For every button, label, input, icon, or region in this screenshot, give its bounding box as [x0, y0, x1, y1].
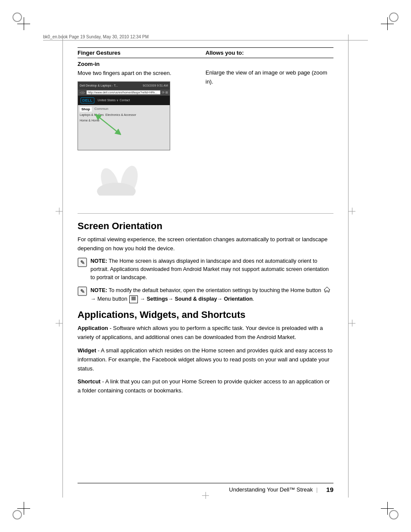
main-content: Finger Gestures Allows you to: Zoom-in M… — [78, 47, 333, 400]
widget-text: - A small application which resides on t… — [78, 347, 333, 372]
file-info: bk0_en.book Page 19 Sunday, May 30, 2010… — [43, 34, 149, 39]
applications-section: Applications, Widgets, and Shortcuts App… — [78, 309, 333, 395]
corner-mark-tl — [17, 17, 30, 30]
col2-header: Allows you to: — [206, 48, 333, 58]
application-para: Application - Software which allows you … — [78, 324, 333, 342]
screenshot-inner: Dell Desktop & Laptops - T... 9/23/2009 … — [78, 82, 170, 150]
note-box-1: ✎ NOTE: The Home screen is always displa… — [78, 257, 333, 281]
note-icon-1: ✎ — [78, 258, 87, 267]
note1-body: The Home screen is always displayed in l… — [90, 258, 329, 280]
orientation-label: Orientation — [224, 296, 253, 302]
community-label: Commun — [94, 107, 108, 112]
note2-label: NOTE: — [90, 287, 107, 293]
settings-label: Settings — [146, 296, 168, 302]
zoom-arrows — [95, 114, 121, 137]
note-box-2: ✎ NOTE: To modify the default behavior, … — [78, 286, 333, 304]
svg-text:✎: ✎ — [80, 288, 85, 295]
hand-illustration — [78, 150, 170, 202]
svg-line-1 — [108, 124, 119, 133]
corner-mark-tr — [381, 17, 394, 30]
screen-orientation-heading: Screen Orientation — [78, 221, 333, 232]
nav-links: United States ∨ Contact — [98, 99, 130, 102]
side-line-left — [62, 34, 63, 498]
note-icon-2: ✎ — [78, 286, 87, 296]
svg-text:✎: ✎ — [80, 259, 85, 266]
widget-label: Widget — [78, 347, 96, 354]
zoom-in-cell: Zoom-in Move two fingers apart on the sc… — [78, 58, 206, 205]
laptops-label: Laptops & M — [80, 113, 97, 116]
shop-label: Shop — [80, 107, 92, 112]
corner-mark-br — [381, 502, 394, 515]
note-text-2: NOTE: To modify the default behavior, op… — [90, 286, 333, 304]
screenshot-bar: Dell Desktop & Laptops - T... 9/23/2009 … — [78, 82, 170, 90]
note2-before: To modify the default behavior, open the… — [90, 287, 331, 302]
widget-para: Widget - A small application which resid… — [78, 346, 333, 373]
dell-logo: DELL — [81, 97, 94, 103]
section-divider-1 — [78, 213, 333, 214]
applications-heading: Applications, Widgets, and Shortcuts — [78, 309, 333, 320]
screenshot-url-bar: ◁ ▷ http://www.dell.com/us/en/home/dfasp… — [78, 90, 170, 96]
home-icon — [324, 286, 330, 296]
footer-text: Understanding Your Dell™ Streak — [229, 486, 313, 493]
header-bar: bk0_en.book Page 19 Sunday, May 30, 2010… — [43, 34, 368, 40]
page-footer: Understanding Your Dell™ Streak | 19 — [78, 483, 333, 493]
url-text: http://www.dell.com/us/en/home/dfaspx?re… — [87, 90, 160, 94]
shortcut-text: - A link that you can put on your Home S… — [78, 378, 330, 394]
side-line-right — [348, 34, 349, 498]
screenshot-bar-text: Dell Desktop & Laptops - T... — [80, 84, 118, 87]
note1-label: NOTE: — [90, 258, 107, 264]
screen-orientation-section: Screen Orientation For optimal viewing e… — [78, 221, 333, 304]
screenshot-content: Shop Commun Laptops & M Des Electronics … — [78, 105, 170, 150]
svg-marker-9 — [324, 287, 330, 292]
gestures-table: Finger Gestures Allows you to: Zoom-in M… — [78, 47, 333, 205]
screen-orientation-intro: For optimal viewing experience, the scre… — [78, 235, 333, 253]
application-text: - Software which allows you to perform a… — [78, 325, 323, 340]
zoom-in-allows: Enlarge the view of an image or web page… — [206, 68, 330, 87]
sound-display-label: Sound & display — [175, 296, 217, 302]
zoom-in-description: Move two fingers apart on the screen. — [78, 69, 202, 78]
dell-nav: DELL United States ∨ Contact — [78, 96, 170, 105]
col1-header: Finger Gestures — [78, 48, 206, 58]
note-text-1: NOTE: The Home screen is always displaye… — [90, 257, 333, 281]
application-label: Application — [78, 325, 108, 331]
corner-mark-bl — [17, 502, 30, 515]
screenshot-box: Dell Desktop & Laptops - T... 9/23/2009 … — [78, 81, 170, 150]
zoom-in-allows-cell: Enlarge the view of an image or web page… — [206, 58, 333, 205]
home-button-text: Home button — [290, 287, 321, 293]
shortcut-label: Shortcut — [78, 378, 100, 385]
menu-icon — [129, 296, 138, 304]
svg-line-0 — [97, 116, 108, 124]
note2-menu-label: Menu button — [97, 296, 129, 302]
shortcut-para: Shortcut - A link that you can put on yo… — [78, 377, 333, 395]
footer-separator: | — [316, 486, 318, 493]
zoom-in-label: Zoom-in — [78, 61, 202, 67]
page-number: 19 — [326, 486, 333, 493]
